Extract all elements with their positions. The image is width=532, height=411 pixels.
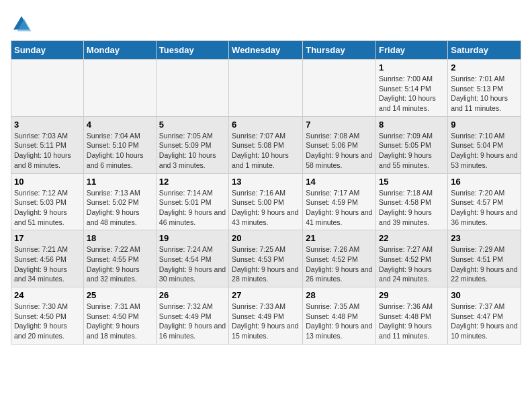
day-info: Sunrise: 7:35 AM Sunset: 4:48 PM Dayligh… [306, 302, 373, 341]
calendar-body: 1Sunrise: 7:00 AM Sunset: 5:14 PM Daylig… [11, 60, 521, 345]
logo-icon [11, 13, 32, 35]
day-number: 5 [159, 120, 226, 130]
calendar-cell: 20Sunrise: 7:25 AM Sunset: 4:53 PM Dayli… [229, 230, 303, 287]
logo [11, 13, 35, 35]
day-info: Sunrise: 7:33 AM Sunset: 4:49 PM Dayligh… [232, 302, 300, 341]
calendar-cell: 8Sunrise: 7:09 AM Sunset: 5:05 PM Daylig… [376, 116, 448, 173]
day-info: Sunrise: 7:25 AM Sunset: 4:53 PM Dayligh… [232, 244, 300, 284]
calendar-week-row: 17Sunrise: 7:21 AM Sunset: 4:56 PM Dayli… [11, 230, 521, 287]
weekday-header-sunday: Sunday [11, 41, 84, 60]
day-number: 15 [379, 177, 445, 187]
day-info: Sunrise: 7:37 AM Sunset: 4:47 PM Dayligh… [451, 302, 518, 341]
day-info: Sunrise: 7:12 AM Sunset: 5:03 PM Dayligh… [14, 188, 81, 228]
weekday-header-tuesday: Tuesday [156, 41, 228, 60]
calendar-table: SundayMondayTuesdayWednesdayThursdayFrid… [11, 40, 521, 345]
day-number: 2 [451, 62, 518, 73]
calendar-cell: 14Sunrise: 7:17 AM Sunset: 4:59 PM Dayli… [303, 173, 376, 230]
day-info: Sunrise: 7:30 AM Sunset: 4:50 PM Dayligh… [14, 302, 81, 341]
calendar-cell: 24Sunrise: 7:30 AM Sunset: 4:50 PM Dayli… [11, 287, 84, 345]
day-info: Sunrise: 7:22 AM Sunset: 4:55 PM Dayligh… [87, 244, 153, 284]
calendar-cell: 11Sunrise: 7:13 AM Sunset: 5:02 PM Dayli… [83, 173, 156, 230]
calendar-week-row: 3Sunrise: 7:03 AM Sunset: 5:11 PM Daylig… [11, 116, 521, 173]
day-number: 24 [14, 290, 81, 300]
day-info: Sunrise: 7:03 AM Sunset: 5:11 PM Dayligh… [14, 131, 81, 171]
calendar-cell: 28Sunrise: 7:35 AM Sunset: 4:48 PM Dayli… [303, 287, 376, 345]
calendar-week-row: 10Sunrise: 7:12 AM Sunset: 5:03 PM Dayli… [11, 173, 521, 230]
day-number: 23 [451, 233, 518, 243]
calendar-cell: 3Sunrise: 7:03 AM Sunset: 5:11 PM Daylig… [11, 116, 84, 173]
day-info: Sunrise: 7:04 AM Sunset: 5:10 PM Dayligh… [87, 131, 153, 171]
calendar-cell: 16Sunrise: 7:20 AM Sunset: 4:57 PM Dayli… [448, 173, 521, 230]
calendar-cell [11, 60, 84, 117]
weekday-header-row: SundayMondayTuesdayWednesdayThursdayFrid… [11, 41, 521, 60]
calendar-cell: 12Sunrise: 7:14 AM Sunset: 5:01 PM Dayli… [156, 173, 228, 230]
day-info: Sunrise: 7:08 AM Sunset: 5:06 PM Dayligh… [306, 131, 373, 171]
day-info: Sunrise: 7:07 AM Sunset: 5:08 PM Dayligh… [232, 131, 300, 171]
day-number: 19 [159, 233, 226, 243]
day-number: 8 [379, 120, 445, 130]
day-info: Sunrise: 7:00 AM Sunset: 5:14 PM Dayligh… [379, 74, 445, 113]
day-info: Sunrise: 7:17 AM Sunset: 4:59 PM Dayligh… [306, 188, 373, 228]
day-number: 12 [159, 177, 226, 187]
day-number: 28 [306, 290, 373, 300]
day-info: Sunrise: 7:18 AM Sunset: 4:58 PM Dayligh… [379, 188, 445, 228]
day-info: Sunrise: 7:09 AM Sunset: 5:05 PM Dayligh… [379, 131, 445, 171]
day-info: Sunrise: 7:16 AM Sunset: 5:00 PM Dayligh… [232, 188, 300, 228]
day-number: 1 [379, 62, 445, 73]
day-info: Sunrise: 7:20 AM Sunset: 4:57 PM Dayligh… [451, 188, 518, 228]
calendar-cell: 13Sunrise: 7:16 AM Sunset: 5:00 PM Dayli… [229, 173, 303, 230]
page-header [11, 11, 521, 35]
day-number: 20 [232, 233, 300, 243]
day-number: 26 [159, 290, 226, 300]
day-info: Sunrise: 7:10 AM Sunset: 5:04 PM Dayligh… [451, 131, 518, 171]
calendar-cell [303, 60, 376, 117]
day-info: Sunrise: 7:13 AM Sunset: 5:02 PM Dayligh… [87, 188, 153, 228]
day-info: Sunrise: 7:05 AM Sunset: 5:09 PM Dayligh… [159, 131, 226, 171]
calendar-cell: 4Sunrise: 7:04 AM Sunset: 5:10 PM Daylig… [83, 116, 156, 173]
calendar-cell: 7Sunrise: 7:08 AM Sunset: 5:06 PM Daylig… [303, 116, 376, 173]
calendar-cell: 18Sunrise: 7:22 AM Sunset: 4:55 PM Dayli… [83, 230, 156, 287]
calendar-cell: 27Sunrise: 7:33 AM Sunset: 4:49 PM Dayli… [229, 287, 303, 345]
day-number: 18 [87, 233, 153, 243]
weekday-header-wednesday: Wednesday [229, 41, 303, 60]
calendar-week-row: 1Sunrise: 7:00 AM Sunset: 5:14 PM Daylig… [11, 60, 521, 117]
calendar-cell: 1Sunrise: 7:00 AM Sunset: 5:14 PM Daylig… [376, 60, 448, 117]
day-number: 22 [379, 233, 445, 243]
calendar-header: SundayMondayTuesdayWednesdayThursdayFrid… [11, 41, 521, 60]
day-number: 14 [306, 177, 373, 187]
day-number: 30 [451, 290, 518, 300]
day-number: 10 [14, 177, 81, 187]
day-number: 25 [87, 290, 153, 300]
day-number: 4 [87, 120, 153, 130]
calendar-cell: 19Sunrise: 7:24 AM Sunset: 4:54 PM Dayli… [156, 230, 228, 287]
calendar-cell: 6Sunrise: 7:07 AM Sunset: 5:08 PM Daylig… [229, 116, 303, 173]
day-info: Sunrise: 7:24 AM Sunset: 4:54 PM Dayligh… [159, 244, 226, 284]
day-info: Sunrise: 7:27 AM Sunset: 4:52 PM Dayligh… [379, 244, 445, 284]
calendar-cell: 21Sunrise: 7:26 AM Sunset: 4:52 PM Dayli… [303, 230, 376, 287]
day-info: Sunrise: 7:31 AM Sunset: 4:50 PM Dayligh… [87, 302, 153, 341]
calendar-week-row: 24Sunrise: 7:30 AM Sunset: 4:50 PM Dayli… [11, 287, 521, 345]
day-number: 9 [451, 120, 518, 130]
calendar-cell: 2Sunrise: 7:01 AM Sunset: 5:13 PM Daylig… [448, 60, 521, 117]
calendar-cell [156, 60, 228, 117]
day-number: 27 [232, 290, 300, 300]
day-number: 3 [14, 120, 81, 130]
calendar-cell: 17Sunrise: 7:21 AM Sunset: 4:56 PM Dayli… [11, 230, 84, 287]
day-info: Sunrise: 7:21 AM Sunset: 4:56 PM Dayligh… [14, 244, 81, 284]
day-info: Sunrise: 7:32 AM Sunset: 4:49 PM Dayligh… [159, 302, 226, 341]
calendar-cell: 5Sunrise: 7:05 AM Sunset: 5:09 PM Daylig… [156, 116, 228, 173]
calendar-cell: 30Sunrise: 7:37 AM Sunset: 4:47 PM Dayli… [448, 287, 521, 345]
day-number: 17 [14, 233, 81, 243]
calendar-cell: 23Sunrise: 7:29 AM Sunset: 4:51 PM Dayli… [448, 230, 521, 287]
calendar-cell: 25Sunrise: 7:31 AM Sunset: 4:50 PM Dayli… [83, 287, 156, 345]
day-info: Sunrise: 7:36 AM Sunset: 4:48 PM Dayligh… [379, 302, 445, 341]
weekday-header-friday: Friday [376, 41, 448, 60]
day-number: 6 [232, 120, 300, 130]
weekday-header-thursday: Thursday [303, 41, 376, 60]
calendar-cell: 26Sunrise: 7:32 AM Sunset: 4:49 PM Dayli… [156, 287, 228, 345]
day-number: 7 [306, 120, 373, 130]
day-info: Sunrise: 7:01 AM Sunset: 5:13 PM Dayligh… [451, 74, 518, 113]
calendar-cell: 22Sunrise: 7:27 AM Sunset: 4:52 PM Dayli… [376, 230, 448, 287]
day-info: Sunrise: 7:14 AM Sunset: 5:01 PM Dayligh… [159, 188, 226, 228]
calendar-cell: 29Sunrise: 7:36 AM Sunset: 4:48 PM Dayli… [376, 287, 448, 345]
